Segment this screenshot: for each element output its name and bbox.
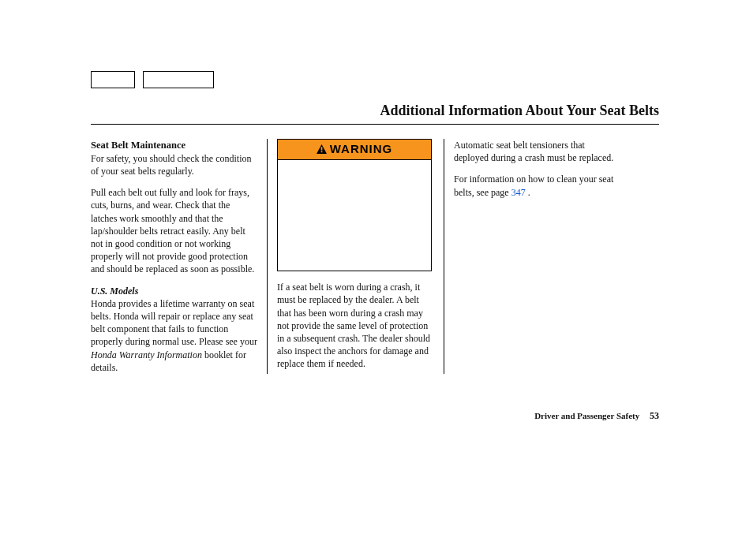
warning-label: WARNING	[330, 141, 393, 157]
section-heading: Seat Belt Maintenance	[91, 140, 185, 151]
warning-header: WARNING	[278, 140, 431, 160]
warning-box: WARNING	[277, 139, 432, 271]
nav-box-next[interactable]	[143, 71, 214, 88]
italic-title: Honda Warranty Information	[91, 349, 202, 360]
page-footer: Driver and Passenger Safety 53	[91, 410, 659, 422]
subsection-heading: U.S. Models	[91, 285, 257, 297]
column-2: WARNING If a seat belt is worn during a …	[268, 139, 444, 374]
section-name: Driver and Passenger Safety	[534, 411, 639, 420]
body-text: For information on how to clean your sea…	[454, 173, 621, 198]
alert-triangle-icon	[317, 144, 327, 154]
body-text: Automatic seat belt tensioners that depl…	[454, 139, 621, 164]
body-text: If a seat belt is worn during a crash, i…	[277, 281, 434, 370]
page-title: Additional Information About Your Seat B…	[91, 103, 659, 125]
column-3: Automatic seat belt tensioners that depl…	[444, 139, 621, 374]
content-columns: Seat Belt Maintenance For safety, you sh…	[91, 139, 659, 374]
warning-body	[278, 160, 431, 271]
body-text: Pull each belt out fully and look for fr…	[91, 186, 257, 275]
nav-box-row	[91, 71, 659, 88]
svg-rect-2	[320, 151, 322, 153]
page-number: 53	[650, 410, 659, 421]
page-link[interactable]: 347	[511, 187, 526, 198]
svg-rect-1	[320, 147, 322, 150]
nav-box-prev[interactable]	[91, 71, 135, 88]
column-1: Seat Belt Maintenance For safety, you sh…	[91, 139, 268, 374]
body-text: For safety, you should check the conditi…	[91, 153, 252, 177]
body-text: Honda provides a lifetime warranty on se…	[91, 297, 257, 374]
